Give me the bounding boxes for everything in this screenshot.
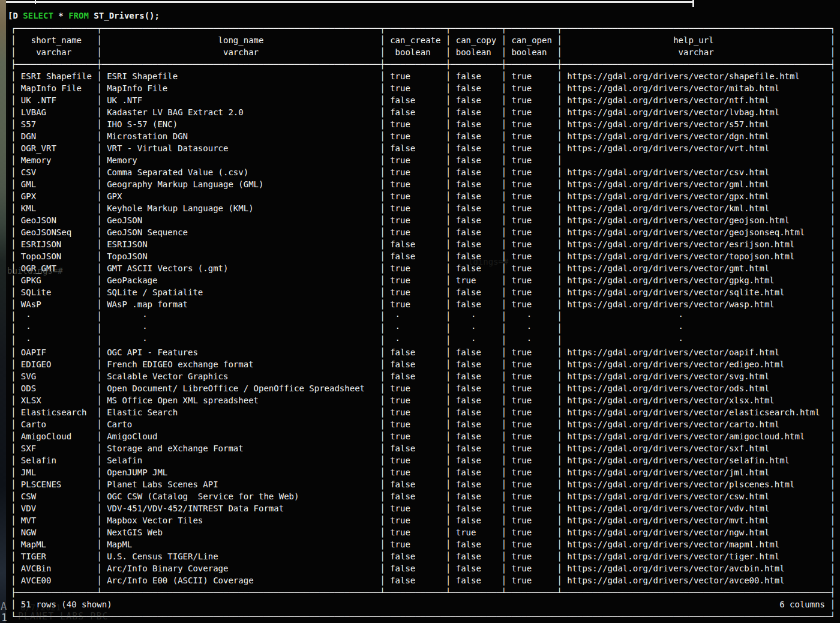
table-header-types: │ varchar │ varchar │ boolean │ boolean … bbox=[11, 46, 835, 58]
table-row: │ JML │ OpenJUMP JML │ true │ false │ tr… bbox=[11, 466, 835, 478]
table-border-bottom: └───────────────────────────────────────… bbox=[11, 610, 835, 622]
table-row: │ CSW │ OGC CSW (Catalog Service for the… bbox=[11, 490, 835, 502]
table-row: │ SQLite │ SQLite / Spatialite │ true │ … bbox=[11, 286, 835, 298]
table-row: │ GeoJSON │ GeoJSON │ true │ false │ tru… bbox=[11, 214, 835, 226]
background-window-border bbox=[6, 1, 694, 3]
table-row: │ Selafin │ Selafin │ true │ false │ tru… bbox=[11, 454, 835, 466]
sql-prompt-line[interactable]: [D SELECT * FROM ST_Drivers(); bbox=[8, 10, 160, 22]
table-ellipsis-row: │ · │ · │ · │ · │ · │ · │ bbox=[11, 322, 835, 334]
sql-keyword: FROM bbox=[68, 11, 89, 20]
table-row: │ Memory │ Memory │ true │ false │ true … bbox=[11, 154, 835, 166]
background-window-border-notch bbox=[35, 0, 36, 4]
sql-text: * bbox=[58, 11, 63, 20]
table-row: │ WAsP │ WAsP .map format │ true │ false… bbox=[11, 298, 835, 310]
table-row: │ EDIGEO │ French EDIGEO exchange format… bbox=[11, 358, 835, 370]
sql-query-text: SELECT * FROM ST_Drivers(); bbox=[18, 11, 160, 20]
table-ellipsis-row: │ · │ · │ · │ · │ · │ · │ bbox=[11, 310, 835, 322]
background-prompt-ghost: buildings=# bbox=[7, 266, 63, 275]
background-edge-char-1: 1 bbox=[1, 612, 7, 623]
query-result-table: ┌────────────────┬──────────────────────… bbox=[11, 22, 835, 622]
table-row: │ GPKG │ GeoPackage │ true │ true │ true… bbox=[11, 274, 835, 286]
background-planet-labs-ghost: PLANET LABS PBC bbox=[18, 611, 108, 622]
background-prompt-ghost-2: ldings=# bbox=[468, 257, 508, 266]
table-row: │ LVBAG │ Kadaster LV BAG Extract 2.0 │ … bbox=[11, 106, 835, 118]
terminal-screen[interactable]: [D SELECT * FROM ST_Drivers(); ┌────────… bbox=[6, 0, 840, 623]
table-row: │ CSV │ Comma Separated Value (.csv) │ t… bbox=[11, 166, 835, 178]
table-header-separator: ├────────────────┼──────────────────────… bbox=[11, 58, 835, 70]
table-row: │ MapInfo File │ MapInfo File │ true │ f… bbox=[11, 82, 835, 94]
table-row: │ GML │ Geography Markup Language (GML) … bbox=[11, 178, 835, 190]
table-row: │ S57 │ IHO S-57 (ENC) │ true │ false │ … bbox=[11, 118, 835, 130]
table-row: │ OGR_VRT │ VRT - Virtual Datasource │ f… bbox=[11, 142, 835, 154]
table-footer-row: │ 51 rows (40 shown) 6 columns │ bbox=[11, 598, 835, 610]
table-row: │ GeoJSONSeq │ GeoJSON Sequence │ true │… bbox=[11, 226, 835, 238]
table-footer-separator: ├────────────────┴──────────────────────… bbox=[11, 586, 835, 598]
table-row: │ SXF │ Storage and eXchange Format │ fa… bbox=[11, 442, 835, 454]
table-row: │ MapML │ MapML │ true │ false │ true │ … bbox=[11, 538, 835, 550]
table-row: │ ESRI Shapefile │ ESRI Shapefile │ true… bbox=[11, 70, 835, 82]
table-row: │ XLSX │ MS Office Open XML spreadsheet … bbox=[11, 394, 835, 406]
table-row: │ SVG │ Scalable Vector Graphics │ false… bbox=[11, 370, 835, 382]
background-window-border-corner bbox=[692, 0, 694, 7]
table-row: │ Carto │ Carto │ true │ false │ true │ … bbox=[11, 418, 835, 430]
table-row: │ PLSCENES │ Planet Labs Scenes API │ fa… bbox=[11, 478, 835, 490]
table-row: │ ODS │ Open Document/ LibreOffice / Ope… bbox=[11, 382, 835, 394]
table-row: │ GPX │ GPX │ true │ false │ true │ http… bbox=[11, 190, 835, 202]
table-row: │ OAPIF │ OGC API - Features │ false │ f… bbox=[11, 346, 835, 358]
table-header-names: │ short_name │ long_name │ can_create │ … bbox=[11, 34, 835, 46]
table-row: │ TIGER │ U.S. Census TIGER/Line │ false… bbox=[11, 550, 835, 562]
table-border-top: ┌────────────────┬──────────────────────… bbox=[11, 22, 835, 34]
table-row: │ VDV │ VDV-451/VDV-452/INTREST Data For… bbox=[11, 502, 835, 514]
table-row: │ ESRIJSON │ ESRIJSON │ false │ false │ … bbox=[11, 238, 835, 250]
table-row: │ DGN │ Microstation DGN │ true │ false … bbox=[11, 130, 835, 142]
table-row: │ KML │ Keyhole Markup Language (KML) │ … bbox=[11, 202, 835, 214]
table-ellipsis-row: │ · │ · │ · │ · │ · │ · │ bbox=[11, 334, 835, 346]
table-row: │ NGW │ NextGIS Web │ true │ true │ true… bbox=[11, 526, 835, 538]
table-row: │ UK .NTF │ UK .NTF │ false │ false │ tr… bbox=[11, 94, 835, 106]
table-row: │ AVCE00 │ Arc/Info E00 (ASCII) Coverage… bbox=[11, 574, 835, 586]
table-row: │ Elasticsearch │ Elastic Search │ true … bbox=[11, 406, 835, 418]
sql-keyword: SELECT bbox=[23, 11, 53, 20]
table-row: │ AVCBin │ Arc/Info Binary Coverage │ fa… bbox=[11, 562, 835, 574]
table-row: │ TopoJSON │ TopoJSON │ false │ false │ … bbox=[11, 250, 835, 262]
table-row: │ AmigoCloud │ AmigoCloud │ true │ false… bbox=[11, 430, 835, 442]
sql-text: ST_Drivers(); bbox=[94, 11, 160, 20]
table-row: │ OGR_GMT │ GMT ASCII Vectors (.gmt) │ t… bbox=[11, 262, 835, 274]
background-edge-char-a: A bbox=[1, 600, 7, 612]
table-row: │ MVT │ Mapbox Vector Tiles │ true │ fal… bbox=[11, 514, 835, 526]
duckdb-prompt: [D bbox=[8, 11, 18, 20]
